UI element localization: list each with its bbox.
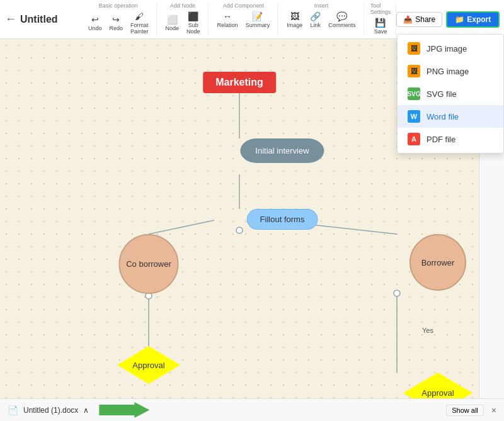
node-icon: ⬜ bbox=[167, 14, 178, 25]
link-icon: 🔗 bbox=[310, 11, 321, 21]
add-component-group: Add Component ↔ Relation 📝 Summary bbox=[210, 3, 278, 36]
save-button[interactable]: 💾 Save bbox=[372, 16, 390, 36]
insert-group: Insert 🖼 Image 🔗 Link 💬 Comments bbox=[279, 3, 364, 36]
initial-interview-node[interactable]: Initial interview bbox=[240, 138, 324, 163]
insert-label: Insert bbox=[314, 3, 329, 9]
add-node-items: ⬜ Node ⬛ Sub Node bbox=[163, 10, 203, 36]
link-button[interactable]: 🔗 Link bbox=[307, 10, 323, 30]
relation-icon: ↔ bbox=[223, 11, 232, 21]
redo-button[interactable]: ↪ Redo bbox=[107, 13, 126, 33]
tool-settings-items: 💾 Save bbox=[372, 16, 390, 36]
add-component-label: Add Component bbox=[223, 3, 264, 9]
svg-icon: SVG bbox=[408, 87, 420, 100]
expand-arrow-icon: ∧ bbox=[83, 406, 89, 415]
pdf-icon: A bbox=[408, 133, 420, 145]
tool-settings-label: Tool Settings bbox=[370, 3, 391, 15]
show-all-button[interactable]: Show all bbox=[446, 405, 484, 416]
approval-right-node[interactable]: Approval bbox=[403, 373, 472, 398]
png-label: PNG image bbox=[427, 67, 469, 76]
comments-label: Comments bbox=[328, 22, 356, 28]
close-filebar-button[interactable]: × bbox=[491, 405, 496, 415]
image-icon: 🖼 bbox=[290, 11, 299, 21]
export-svg-item[interactable]: SVG SVG file bbox=[398, 82, 503, 105]
borrower-label: Borrower bbox=[421, 258, 455, 267]
file-icon: 📄 bbox=[8, 405, 18, 415]
basic-operation-items: ↩ Undo ↪ Redo 🖌 Format Painter bbox=[86, 10, 151, 36]
svg-line-2 bbox=[149, 220, 214, 234]
share-label: Share bbox=[415, 15, 435, 24]
summary-label: Summary bbox=[246, 22, 270, 28]
undo-label: Undo bbox=[88, 25, 102, 31]
subnode-icon: ⬛ bbox=[188, 11, 198, 21]
fillout-forms-label: Fillout forms bbox=[260, 215, 305, 224]
node-label: Node bbox=[166, 25, 180, 31]
share-icon: 📤 bbox=[403, 15, 413, 24]
toolbar-groups: Basic operation ↩ Undo ↪ Redo 🖌 Format P… bbox=[81, 3, 396, 36]
yes-label: Yes bbox=[422, 327, 433, 334]
share-button[interactable]: 📤 Share bbox=[396, 12, 442, 27]
borrower-node[interactable]: Borrower bbox=[410, 234, 466, 291]
image-label: Image bbox=[287, 22, 302, 28]
save-label: Save bbox=[374, 28, 387, 35]
png-icon: 🖼 bbox=[408, 65, 420, 77]
co-borrower-label: Co borrower bbox=[126, 259, 171, 269]
redo-label: Redo bbox=[110, 25, 123, 31]
export-dropdown: 🖼 JPG image 🖼 PNG image SVG SVG file W W… bbox=[397, 34, 504, 154]
export-button[interactable]: 📁 Export bbox=[446, 11, 500, 28]
app-title: Untitled bbox=[20, 14, 71, 25]
relation-label: Relation bbox=[217, 22, 238, 28]
toolbar: ← Untitled Basic operation ↩ Undo ↪ Redo… bbox=[0, 0, 504, 39]
relation-button[interactable]: ↔ Relation bbox=[215, 10, 241, 30]
svg-point-8 bbox=[394, 290, 400, 296]
toolbar-right: 📤 Share 📁 Export bbox=[396, 11, 500, 28]
export-icon: 📁 bbox=[455, 15, 464, 24]
redo-icon: ↪ bbox=[112, 14, 120, 25]
image-button[interactable]: 🖼 Image bbox=[284, 10, 305, 30]
marketing-node[interactable]: Marketing bbox=[203, 72, 276, 93]
export-label: Export bbox=[467, 15, 491, 24]
undo-button[interactable]: ↩ Undo bbox=[86, 13, 105, 33]
approval-left-label: Approval bbox=[132, 361, 164, 370]
node-button[interactable]: ⬜ Node bbox=[163, 13, 182, 33]
marketing-label: Marketing bbox=[215, 77, 263, 87]
fillout-forms-node[interactable]: Fillout forms bbox=[247, 209, 318, 230]
save-icon: 💾 bbox=[375, 18, 386, 28]
format-painter-label: Format Painter bbox=[130, 22, 149, 35]
add-node-group: Add Node ⬜ Node ⬛ Sub Node bbox=[158, 3, 209, 36]
word-icon: W bbox=[408, 110, 420, 123]
link-label: Link bbox=[310, 22, 321, 28]
subnode-button[interactable]: ⬛ Sub Node bbox=[184, 10, 203, 36]
svg-point-6 bbox=[236, 227, 243, 233]
tool-settings-group: Tool Settings 💾 Save bbox=[365, 3, 397, 36]
export-png-item[interactable]: 🖼 PNG image bbox=[398, 60, 503, 82]
basic-operation-label: Basic operation bbox=[99, 3, 138, 9]
undo-icon: ↩ bbox=[91, 14, 99, 25]
filename: Untitled (1).docx bbox=[23, 406, 78, 415]
pdf-label: PDF file bbox=[427, 135, 455, 144]
approval-right-label: Approval bbox=[421, 388, 454, 398]
co-borrower-node[interactable]: Co borrower bbox=[119, 234, 179, 294]
approval-left-node[interactable]: Approval bbox=[117, 346, 180, 384]
filebar: 📄 Untitled (1).docx ∧ Show all × bbox=[0, 398, 504, 421]
subnode-label: Sub Node bbox=[186, 22, 200, 35]
export-word-item[interactable]: W Word file bbox=[398, 105, 503, 128]
download-arrow-icon bbox=[99, 401, 149, 419]
basic-operation-group: Basic operation ↩ Undo ↪ Redo 🖌 Format P… bbox=[81, 3, 157, 36]
svg-label: SVG file bbox=[427, 89, 457, 99]
initial-interview-label: Initial interview bbox=[255, 146, 309, 155]
format-painter-icon: 🖌 bbox=[135, 11, 144, 21]
summary-icon: 📝 bbox=[252, 11, 263, 21]
export-pdf-item[interactable]: A PDF file bbox=[398, 128, 503, 150]
format-painter-button[interactable]: 🖌 Format Painter bbox=[128, 10, 151, 36]
summary-button[interactable]: 📝 Summary bbox=[243, 10, 273, 30]
jpg-label: JPG image bbox=[427, 44, 467, 53]
comments-button[interactable]: 💬 Comments bbox=[326, 10, 358, 30]
add-node-label: Add Node bbox=[170, 3, 195, 9]
export-jpg-item[interactable]: 🖼 JPG image bbox=[398, 37, 503, 60]
jpg-icon: 🖼 bbox=[408, 42, 420, 55]
comments-icon: 💬 bbox=[336, 11, 347, 21]
back-button[interactable]: ← bbox=[5, 13, 16, 26]
insert-items: 🖼 Image 🔗 Link 💬 Comments bbox=[284, 10, 358, 30]
word-label: Word file bbox=[427, 112, 459, 121]
add-component-items: ↔ Relation 📝 Summary bbox=[215, 10, 273, 30]
